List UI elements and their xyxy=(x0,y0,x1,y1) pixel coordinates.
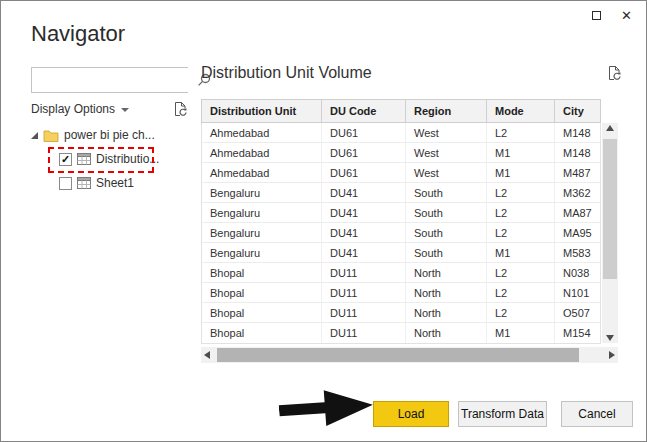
table-cell: L2 xyxy=(487,203,555,222)
table-cell: M362 xyxy=(555,183,600,202)
refresh-preview-icon[interactable] xyxy=(607,65,622,81)
table-cell: L2 xyxy=(487,223,555,242)
scroll-left-icon[interactable] xyxy=(204,351,210,359)
preview-title: Distribution Unit Volume xyxy=(201,64,372,82)
horizontal-scroll-thumb[interactable] xyxy=(217,348,579,362)
table-row: BhopalDU11NorthL2N101 xyxy=(202,283,600,303)
tree-item-label: Distributio... xyxy=(96,152,159,166)
table-cell: MA95 xyxy=(555,223,600,242)
table-cell: West xyxy=(406,163,487,182)
table-cell: N038 xyxy=(555,263,600,282)
table-cell: M154 xyxy=(555,323,600,343)
table-cell: North xyxy=(406,303,487,322)
table-cell: DU11 xyxy=(322,303,406,322)
table-row: BhopalDU11NorthL2O507 xyxy=(202,303,600,323)
table-cell: O507 xyxy=(555,303,600,322)
table-cell: South xyxy=(406,203,487,222)
table-cell: Bengaluru xyxy=(202,203,322,222)
table-row: AhmedabadDU61WestM1M148 xyxy=(202,143,600,163)
display-options-label: Display Options xyxy=(31,102,115,116)
navigation-tree: power bi pie ch... ✓ Distributio... xyxy=(31,123,196,195)
table-icon xyxy=(77,153,91,165)
table-cell: Bhopal xyxy=(202,263,322,282)
table-cell: Ahmedabad xyxy=(202,123,322,142)
table-row: BengaluruDU41SouthM1M583 xyxy=(202,243,600,263)
table-cell: Ahmedabad xyxy=(202,143,322,162)
table-cell: MA87 xyxy=(555,203,600,222)
tree-folder-row[interactable]: power bi pie ch... xyxy=(31,123,196,147)
table-cell: DU11 xyxy=(322,323,406,343)
table-cell: South xyxy=(406,183,487,202)
table-cell: L2 xyxy=(487,303,555,322)
restore-icon[interactable] xyxy=(592,11,601,20)
table-cell: DU41 xyxy=(322,243,406,262)
annotation-arrow xyxy=(278,382,377,435)
scroll-up-icon[interactable] xyxy=(606,125,614,131)
display-options-dropdown[interactable]: Display Options xyxy=(31,102,129,116)
table-cell: Bengaluru xyxy=(202,183,322,202)
table-cell: Bhopal xyxy=(202,303,322,322)
expand-collapse-icon[interactable] xyxy=(31,132,38,139)
column-header: Mode xyxy=(487,100,555,122)
table-cell: L2 xyxy=(487,123,555,142)
table-cell: Ahmedabad xyxy=(202,163,322,182)
tree-item-label: Sheet1 xyxy=(96,176,134,190)
tree-item-sheet1[interactable]: Sheet1 xyxy=(31,171,196,195)
refresh-icon[interactable] xyxy=(173,101,188,117)
preview-table-header: Distribution UnitDU CodeRegionModeCity xyxy=(201,99,601,123)
table-cell: DU41 xyxy=(322,183,406,202)
table-cell: M1 xyxy=(487,323,555,343)
table-cell: Bengaluru xyxy=(202,223,322,242)
display-options-row: Display Options xyxy=(31,100,188,118)
table-cell: North xyxy=(406,283,487,302)
table-cell: Bengaluru xyxy=(202,243,322,262)
table-cell: DU41 xyxy=(322,223,406,242)
table-cell: DU61 xyxy=(322,123,406,142)
preview-table: Distribution UnitDU CodeRegionModeCity A… xyxy=(201,99,601,344)
table-cell: South xyxy=(406,243,487,262)
table-cell: M148 xyxy=(555,123,600,142)
table-cell: North xyxy=(406,263,487,282)
scroll-down-icon[interactable] xyxy=(606,335,614,341)
table-row: BengaluruDU41SouthL2MA95 xyxy=(202,223,600,243)
table-cell: DU61 xyxy=(322,143,406,162)
table-cell: M1 xyxy=(487,243,555,262)
table-cell: Bhopal xyxy=(202,323,322,343)
table-cell: M148 xyxy=(555,143,600,162)
vertical-scroll-thumb[interactable] xyxy=(603,139,617,279)
cancel-button[interactable]: Cancel xyxy=(561,401,633,427)
column-header: City xyxy=(555,100,600,122)
table-cell: DU11 xyxy=(322,283,406,302)
search-box xyxy=(31,67,188,93)
navigator-dialog: ✕ Navigator Display Options xyxy=(0,0,647,442)
checkbox-checked[interactable]: ✓ xyxy=(59,153,72,166)
vertical-scrollbar[interactable] xyxy=(602,123,618,343)
table-row: BhopalDU11NorthL2N038 xyxy=(202,263,600,283)
tree-item-distribution[interactable]: ✓ Distributio... xyxy=(31,147,196,171)
table-cell: South xyxy=(406,223,487,242)
table-cell: Bhopal xyxy=(202,283,322,302)
scroll-right-icon[interactable] xyxy=(609,351,615,359)
table-row: BengaluruDU41SouthL2MA87 xyxy=(202,203,600,223)
column-header: Distribution Unit xyxy=(202,100,322,122)
horizontal-scrollbar[interactable] xyxy=(201,347,618,363)
folder-icon xyxy=(43,129,59,142)
load-button[interactable]: Load xyxy=(373,401,449,427)
table-cell: L2 xyxy=(487,283,555,302)
transform-data-button[interactable]: Transform Data xyxy=(458,401,547,427)
search-input[interactable] xyxy=(32,68,197,92)
table-cell: M1 xyxy=(487,163,555,182)
column-header: DU Code xyxy=(322,100,406,122)
table-row: AhmedabadDU61WestM1M487 xyxy=(202,163,600,183)
table-cell: DU11 xyxy=(322,263,406,282)
table-row: BengaluruDU41SouthL2M362 xyxy=(202,183,600,203)
checkbox-unchecked[interactable] xyxy=(59,177,72,190)
table-cell: West xyxy=(406,143,487,162)
dialog-title: Navigator xyxy=(31,21,125,47)
table-cell: L2 xyxy=(487,183,555,202)
table-cell: DU61 xyxy=(322,163,406,182)
table-cell: DU41 xyxy=(322,203,406,222)
window-controls: ✕ xyxy=(592,9,632,22)
close-icon[interactable]: ✕ xyxy=(621,9,632,22)
table-cell: M1 xyxy=(487,143,555,162)
